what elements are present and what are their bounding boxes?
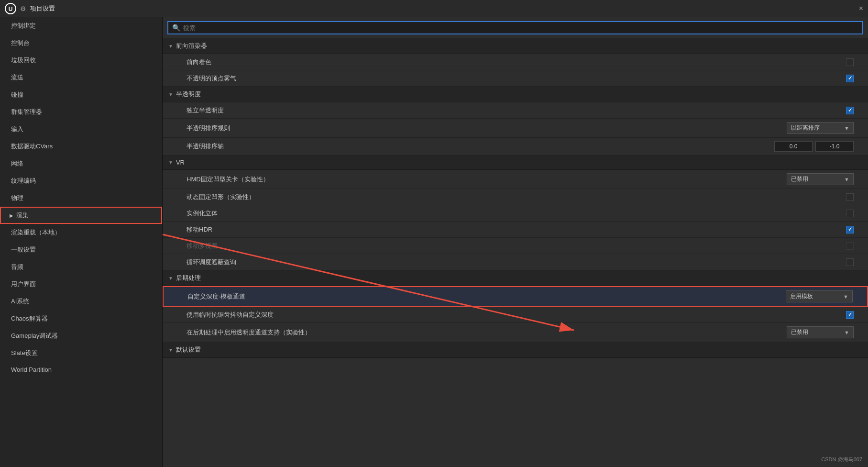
title-bar: U ⚙ 项目设置 × bbox=[0, 0, 868, 17]
sidebar-item-console[interactable]: 控制台 bbox=[0, 34, 162, 52]
row-independent-transparency: 独立半透明度 bbox=[163, 102, 868, 119]
row-jitter-custom-depth: 使用临时抗锯齿抖动自定义深度 bbox=[163, 307, 868, 323]
sidebar-label: 渲染 bbox=[16, 211, 29, 220]
sidebar-label: 音频 bbox=[11, 263, 23, 271]
chevron-down-icon: ▼ bbox=[168, 92, 173, 97]
dropdown-custom-depth[interactable]: 启用模板 ▼ bbox=[786, 290, 853, 302]
dropdown-alpha-channel[interactable]: 已禁用 ▼ bbox=[787, 326, 854, 338]
setting-label: 移动HDR bbox=[187, 225, 846, 234]
setting-value bbox=[846, 226, 854, 234]
dropdown-sort-policy[interactable]: 以距离排序 ▼ bbox=[787, 122, 854, 134]
sidebar-label: 群集管理器 bbox=[11, 108, 42, 116]
sidebar-label: 数据驱动CVars bbox=[11, 142, 53, 151]
arrow-right-icon: ▶ bbox=[10, 213, 13, 218]
sidebar-item-physics[interactable]: 物理 bbox=[0, 189, 162, 207]
number-input-sort-axis-x[interactable] bbox=[774, 141, 813, 152]
sidebar-item-streaming[interactable]: 流送 bbox=[0, 69, 162, 86]
setting-label: 动态固定凹形（实验性） bbox=[187, 193, 846, 201]
close-button[interactable]: × bbox=[859, 4, 863, 13]
section-transparency[interactable]: ▼ 半透明度 bbox=[163, 87, 868, 102]
section-postprocess[interactable]: ▼ 后期处理 bbox=[163, 270, 868, 286]
chevron-down-icon: ▼ bbox=[168, 276, 173, 281]
sidebar-item-input[interactable]: 输入 bbox=[0, 121, 162, 138]
checkbox-mobile-multi-view[interactable] bbox=[846, 242, 854, 250]
row-mobile-hdr: 移动HDR bbox=[163, 222, 868, 238]
checkbox-mobile-hdr[interactable] bbox=[846, 226, 854, 234]
app-container: 控制绑定 控制台 垃圾回收 流送 碰撞 群集管理器 输入 数据驱动CVars 网… bbox=[0, 17, 868, 467]
row-custom-depth-stencil: 自定义深度-模板通道 启用模板 ▼ bbox=[163, 286, 868, 307]
sidebar-item-ai[interactable]: AI系统 bbox=[0, 293, 162, 310]
setting-label: 半透明排序规则 bbox=[187, 124, 787, 133]
setting-label: 自定义深度-模板通道 bbox=[187, 292, 786, 301]
setting-value: 以距离排序 ▼ bbox=[787, 122, 854, 134]
setting-value: 已禁用 ▼ bbox=[787, 326, 854, 338]
section-title: 后期处理 bbox=[176, 274, 201, 282]
chevron-down-icon: ▼ bbox=[844, 125, 849, 131]
section-vr[interactable]: ▼ VR bbox=[163, 156, 868, 170]
sidebar-label: 网络 bbox=[11, 159, 23, 168]
search-bar: 🔍 bbox=[167, 21, 863, 34]
setting-label: 前向着色 bbox=[187, 58, 846, 67]
sidebar-item-world-partition[interactable]: World Partition bbox=[0, 362, 162, 378]
chevron-down-icon: ▼ bbox=[168, 347, 173, 353]
setting-value bbox=[846, 58, 854, 66]
sidebar-item-network[interactable]: 网络 bbox=[0, 155, 162, 172]
checkbox-instanced-stereo[interactable] bbox=[846, 210, 854, 217]
checkbox-independent-transparency[interactable] bbox=[846, 107, 854, 114]
sidebar-label: Slate设置 bbox=[11, 349, 38, 357]
setting-label: HMD固定凹型关卡（实验性） bbox=[187, 175, 787, 184]
setting-value bbox=[846, 210, 854, 217]
checkbox-jitter-custom-depth[interactable] bbox=[846, 311, 854, 319]
setting-value bbox=[846, 107, 854, 114]
sidebar-label: 控制绑定 bbox=[11, 22, 36, 30]
setting-value bbox=[846, 258, 854, 266]
sidebar-label: 输入 bbox=[11, 125, 23, 133]
section-title: 默认设置 bbox=[176, 345, 201, 354]
sidebar-item-gameplay-debugger[interactable]: Gameplay调试器 bbox=[0, 327, 162, 345]
search-icon: 🔍 bbox=[172, 24, 180, 32]
section-default-settings[interactable]: ▼ 默认设置 bbox=[163, 342, 868, 358]
setting-label: 使用临时抗锯齿抖动自定义深度 bbox=[187, 311, 846, 319]
sidebar-item-collision[interactable]: 碰撞 bbox=[0, 86, 162, 103]
sidebar-label: 垃圾回收 bbox=[11, 56, 36, 65]
sidebar-item-crowd-manager[interactable]: 群集管理器 bbox=[0, 103, 162, 121]
row-round-robin-occlusion: 循环调度遮蔽查询 bbox=[163, 254, 868, 270]
sidebar-label: 物理 bbox=[11, 194, 23, 202]
row-mobile-multi-view: 移动多视图 bbox=[163, 238, 868, 254]
sidebar-label: 纹理编码 bbox=[11, 177, 36, 185]
sidebar-item-chaos[interactable]: Chaos解算器 bbox=[0, 310, 162, 327]
sidebar-label: Gameplay调试器 bbox=[11, 332, 58, 340]
section-title: VR bbox=[176, 159, 185, 166]
checkbox-forward-shading[interactable] bbox=[846, 58, 854, 66]
sidebar-item-control-binding[interactable]: 控制绑定 bbox=[0, 17, 162, 34]
section-title: 半透明度 bbox=[176, 90, 201, 99]
section-title: 前向渲染器 bbox=[176, 42, 207, 50]
checkbox-opaque-fog[interactable] bbox=[846, 75, 854, 82]
sidebar-item-gc[interactable]: 垃圾回收 bbox=[0, 52, 162, 69]
dropdown-label: 已禁用 bbox=[791, 175, 808, 183]
number-input-sort-axis-y[interactable] bbox=[815, 141, 854, 152]
sidebar-item-ui[interactable]: 用户界面 bbox=[0, 276, 162, 293]
chevron-down-icon: ▼ bbox=[843, 294, 848, 300]
sidebar-item-general-settings[interactable]: 一般设置 bbox=[0, 241, 162, 258]
sidebar-item-rendering-reload[interactable]: 渲染重载（本地） bbox=[0, 224, 162, 241]
sidebar-label: 用户界面 bbox=[11, 280, 36, 289]
row-instanced-stereo: 实例化立体 bbox=[163, 205, 868, 222]
sidebar-item-rendering[interactable]: ▶ 渲染 bbox=[0, 207, 162, 224]
sidebar-label: AI系统 bbox=[11, 297, 29, 306]
chevron-down-icon: ▼ bbox=[844, 177, 849, 182]
search-input[interactable] bbox=[183, 24, 858, 32]
checkbox-round-robin[interactable] bbox=[846, 258, 854, 266]
svg-text:U: U bbox=[9, 6, 13, 12]
sidebar-item-audio[interactable]: 音频 bbox=[0, 258, 162, 276]
watermark: CSDN @海马007 bbox=[821, 456, 862, 463]
checkbox-dynamic-foveation[interactable] bbox=[846, 193, 854, 201]
sidebar-item-slate[interactable]: Slate设置 bbox=[0, 345, 162, 362]
section-forward-renderer[interactable]: ▼ 前向渲染器 bbox=[163, 38, 868, 54]
sidebar-label: 渲染重载（本地） bbox=[11, 228, 61, 237]
sidebar-item-data-driven-cvars[interactable]: 数据驱动CVars bbox=[0, 138, 162, 155]
setting-label: 移动多视图 bbox=[187, 242, 846, 250]
dropdown-label: 已禁用 bbox=[791, 328, 808, 336]
dropdown-hmd-foveation[interactable]: 已禁用 ▼ bbox=[787, 173, 854, 185]
sidebar-item-texture-encoding[interactable]: 纹理编码 bbox=[0, 172, 162, 189]
